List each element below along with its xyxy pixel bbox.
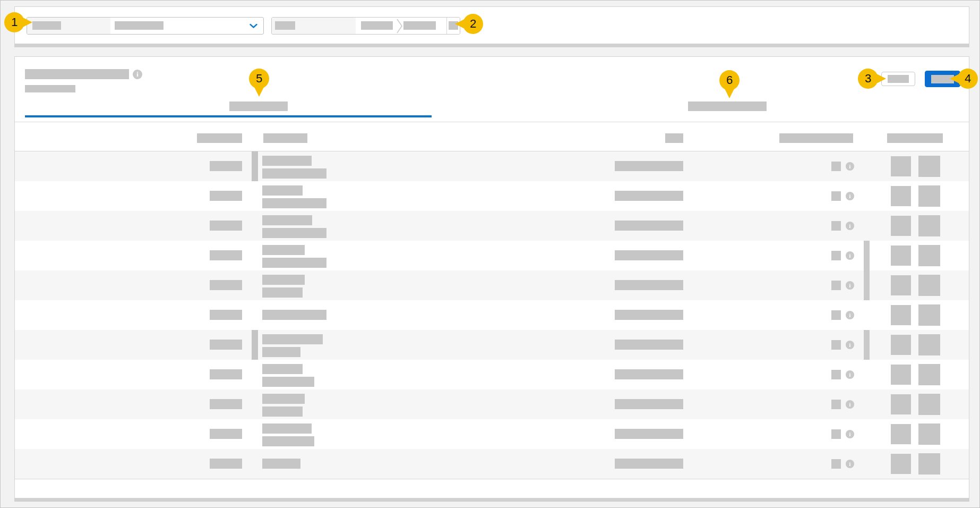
callout-6-number: 6: [726, 73, 733, 87]
breadcrumb-label-placeholder: [275, 21, 295, 30]
row-action-button-1[interactable]: [891, 394, 911, 414]
row-checkbox[interactable]: [831, 221, 841, 231]
row-info-icon[interactable]: i: [846, 370, 854, 379]
row-action-button-1[interactable]: [891, 156, 911, 176]
row-key-placeholder: [210, 161, 242, 171]
row-key-placeholder: [210, 459, 242, 469]
table-row[interactable]: i: [15, 181, 969, 211]
row-value-placeholder: [615, 161, 683, 171]
row-action-button-1[interactable]: [891, 365, 911, 385]
row-action-button-1[interactable]: [891, 424, 911, 444]
secondary-action-button[interactable]: [881, 72, 915, 86]
table-row[interactable]: i: [15, 151, 969, 181]
callout-pin-1: 1: [4, 12, 24, 32]
row-info-icon[interactable]: i: [846, 222, 854, 230]
row-description-placeholder: [262, 377, 314, 387]
row-checkbox[interactable]: [831, 251, 841, 260]
tab-2[interactable]: [432, 97, 962, 118]
row-action-button-1[interactable]: [891, 454, 911, 474]
row-description-placeholder: [262, 459, 300, 469]
row-key-placeholder: [210, 250, 242, 260]
column-header-1-placeholder[interactable]: [197, 133, 242, 143]
row-value-placeholder: [615, 340, 683, 350]
row-action-button-1[interactable]: [891, 245, 911, 266]
table-row[interactable]: i: [15, 449, 969, 479]
column-header-2-placeholder[interactable]: [263, 133, 307, 143]
callout-pin-5: 5: [249, 69, 269, 89]
row-checkbox[interactable]: [831, 459, 841, 469]
row-action-button-1[interactable]: [891, 186, 911, 206]
row-action-button-1[interactable]: [891, 335, 911, 355]
column-header-3-placeholder[interactable]: [665, 133, 683, 143]
row-description-placeholder: [262, 310, 326, 320]
row-action-button-2[interactable]: [918, 453, 940, 475]
row-key-placeholder: [210, 221, 242, 231]
row-action-button-1[interactable]: [891, 275, 911, 295]
table-row[interactable]: i: [15, 211, 969, 241]
row-checkbox[interactable]: [831, 191, 841, 201]
row-checkbox[interactable]: [831, 370, 841, 379]
column-header-4-placeholder[interactable]: [779, 133, 853, 143]
row-info-icon[interactable]: i: [846, 460, 854, 468]
row-info-icon[interactable]: i: [846, 162, 854, 171]
callout-pin-4: 4: [958, 69, 978, 89]
breadcrumb-step-1-placeholder[interactable]: [361, 21, 393, 30]
row-checkbox[interactable]: [831, 429, 841, 439]
row-info-icon[interactable]: i: [846, 281, 854, 290]
row-info-icon[interactable]: i: [846, 341, 854, 349]
filter-select-label-area: [27, 18, 110, 34]
table-row[interactable]: i: [15, 360, 969, 390]
row-value-placeholder: [615, 459, 683, 469]
table-header: [15, 122, 969, 151]
row-info-icon[interactable]: i: [846, 430, 854, 438]
row-description-placeholder: [262, 245, 305, 255]
row-checkbox[interactable]: [831, 162, 841, 171]
column-header-5-placeholder[interactable]: [887, 133, 943, 143]
breadcrumb-step-2-placeholder[interactable]: [403, 21, 436, 30]
table-row[interactable]: i: [15, 241, 969, 270]
row-description-placeholder: [262, 364, 303, 374]
row-description-placeholder: [262, 198, 326, 208]
row-checkbox[interactable]: [831, 310, 841, 320]
filter-select-value-placeholder: [115, 21, 164, 30]
row-action-button-1[interactable]: [891, 216, 911, 236]
breadcrumb-steps: [356, 18, 446, 34]
table-row[interactable]: i: [15, 330, 969, 360]
row-info-icon[interactable]: i: [846, 251, 854, 260]
row-action-button-2[interactable]: [918, 156, 940, 177]
row-checkbox[interactable]: [831, 281, 841, 290]
row-info-icon[interactable]: i: [846, 311, 854, 319]
callout-3-number: 3: [865, 72, 871, 86]
row-action-button-2[interactable]: [918, 424, 940, 445]
row-info-icon[interactable]: i: [846, 192, 854, 200]
callout-5-number: 5: [256, 72, 262, 86]
row-action-button-2[interactable]: [918, 185, 940, 207]
tab-2-label-placeholder: [688, 101, 767, 111]
row-value-placeholder: [615, 310, 683, 320]
table-row[interactable]: i: [15, 270, 969, 300]
breadcrumb-control[interactable]: [271, 17, 460, 35]
row-accent-bar: [252, 151, 258, 181]
secondary-action-label-placeholder: [888, 75, 909, 83]
row-action-button-2[interactable]: [918, 304, 940, 326]
table-row[interactable]: i: [15, 419, 969, 449]
filter-select[interactable]: [27, 17, 264, 35]
row-checkbox[interactable]: [831, 340, 841, 350]
row-action-button-2[interactable]: [918, 334, 940, 355]
table-row[interactable]: i: [15, 390, 969, 419]
title-info-icon[interactable]: i: [133, 70, 142, 79]
table-row[interactable]: i: [15, 300, 969, 330]
row-info-icon[interactable]: i: [846, 400, 854, 409]
row-key-placeholder: [210, 429, 242, 439]
row-description-placeholder: [262, 347, 300, 357]
row-action-button-2[interactable]: [918, 215, 940, 236]
row-action-button-2[interactable]: [918, 245, 940, 266]
row-action-button-2[interactable]: [918, 364, 940, 385]
row-action-button-1[interactable]: [891, 305, 911, 325]
row-key-placeholder: [210, 340, 242, 350]
row-marker-bar: [864, 330, 870, 360]
app-viewport: i: [0, 0, 980, 508]
row-action-button-2[interactable]: [918, 275, 940, 296]
row-checkbox[interactable]: [831, 400, 841, 409]
row-action-button-2[interactable]: [918, 394, 940, 415]
